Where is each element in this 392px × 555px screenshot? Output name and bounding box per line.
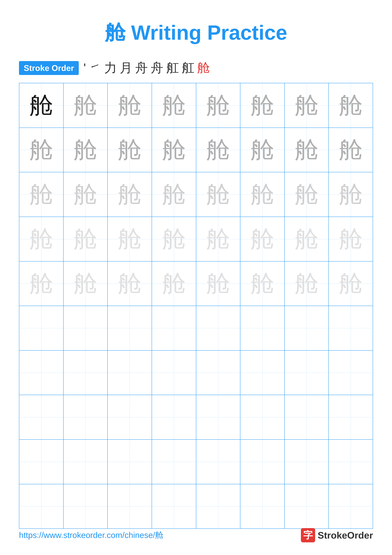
- grid-cell[interactable]: 舱: [285, 83, 329, 128]
- grid-cell[interactable]: [196, 440, 241, 484]
- character-ghost: 舱: [29, 138, 53, 162]
- footer-logo: 字 StrokeOrder: [301, 528, 373, 542]
- grid-cell[interactable]: [152, 306, 196, 350]
- grid-cell[interactable]: [329, 440, 373, 484]
- grid-cell[interactable]: [285, 351, 329, 395]
- grid-cell[interactable]: 舱: [108, 262, 152, 306]
- character-ghost: 舱: [73, 183, 97, 206]
- grid-cell[interactable]: [240, 395, 285, 439]
- grid-cell[interactable]: 舱: [64, 217, 108, 261]
- grid-cell[interactable]: 舱: [108, 172, 152, 217]
- character-ghost: 舱: [118, 183, 142, 206]
- grid-cell[interactable]: 舱: [285, 262, 329, 306]
- grid-cell[interactable]: [240, 306, 285, 350]
- grid-cell[interactable]: 舱: [19, 83, 64, 128]
- grid-cell[interactable]: 舱: [285, 128, 329, 172]
- page-title: 舱 Writing Practice: [19, 19, 373, 47]
- grid-cell[interactable]: [64, 306, 108, 350]
- character-ghost: 舱: [295, 272, 319, 295]
- grid-cell[interactable]: [196, 484, 241, 529]
- grid-cell[interactable]: 舱: [19, 172, 64, 217]
- grid-cell[interactable]: [240, 484, 285, 529]
- grid-cell[interactable]: 舱: [329, 262, 373, 306]
- grid-cell[interactable]: 舱: [64, 262, 108, 306]
- grid-cell[interactable]: [19, 306, 64, 350]
- grid-cell[interactable]: 舱: [329, 128, 373, 172]
- grid-cell[interactable]: [64, 351, 108, 395]
- grid-cell[interactable]: [152, 484, 196, 529]
- grid-cell[interactable]: 舱: [240, 83, 285, 128]
- character-ghost: 舱: [29, 94, 53, 117]
- character-ghost: 舱: [295, 183, 319, 206]
- grid-cell[interactable]: 舱: [329, 172, 373, 217]
- grid-cell[interactable]: [285, 395, 329, 439]
- stroke-seq-item: ': [84, 61, 86, 75]
- grid-cell[interactable]: 舱: [108, 128, 152, 172]
- character-ghost: 舱: [29, 227, 53, 251]
- grid-row: [19, 484, 373, 529]
- grid-cell[interactable]: 舱: [64, 172, 108, 217]
- grid-cell[interactable]: [152, 395, 196, 439]
- grid-cell[interactable]: 舱: [152, 172, 196, 217]
- grid-cell[interactable]: 舱: [196, 128, 241, 172]
- grid-cell[interactable]: 舱: [196, 262, 241, 306]
- grid-cell[interactable]: [19, 440, 64, 484]
- grid-cell[interactable]: [196, 306, 241, 350]
- grid-cell[interactable]: [240, 440, 285, 484]
- character-ghost: 舱: [206, 227, 230, 251]
- grid-cell[interactable]: 舱: [196, 172, 241, 217]
- character-ghost: 舱: [73, 94, 97, 117]
- grid-cell[interactable]: [108, 440, 152, 484]
- footer-url[interactable]: https://www.strokeorder.com/chinese/舱: [19, 530, 163, 541]
- grid-cell[interactable]: [108, 351, 152, 395]
- grid-cell[interactable]: [108, 395, 152, 439]
- grid-cell[interactable]: [108, 484, 152, 529]
- grid-cell[interactable]: [108, 306, 152, 350]
- grid-row: 舱舱舱舱舱舱舱舱: [19, 83, 373, 128]
- grid-cell[interactable]: 舱: [240, 128, 285, 172]
- grid-cell[interactable]: 舱: [108, 83, 152, 128]
- grid-cell[interactable]: 舱: [329, 217, 373, 261]
- grid-cell[interactable]: [19, 484, 64, 529]
- grid-cell[interactable]: 舱: [19, 128, 64, 172]
- grid-cell[interactable]: [64, 395, 108, 439]
- grid-cell[interactable]: 舱: [285, 172, 329, 217]
- grid-cell[interactable]: 舱: [329, 83, 373, 128]
- grid-cell[interactable]: 舱: [64, 128, 108, 172]
- grid-cell[interactable]: 舱: [19, 262, 64, 306]
- grid-cell[interactable]: [64, 484, 108, 529]
- grid-cell[interactable]: 舱: [196, 217, 241, 261]
- grid-cell[interactable]: [152, 351, 196, 395]
- grid-cell[interactable]: 舱: [152, 217, 196, 261]
- character-ghost: 舱: [29, 272, 53, 295]
- grid-cell[interactable]: [19, 351, 64, 395]
- grid-cell[interactable]: [152, 440, 196, 484]
- grid-cell[interactable]: [196, 351, 241, 395]
- grid-cell[interactable]: 舱: [285, 217, 329, 261]
- grid-cell[interactable]: [329, 395, 373, 439]
- grid-cell[interactable]: 舱: [64, 83, 108, 128]
- grid-cell[interactable]: [19, 395, 64, 439]
- grid-cell[interactable]: [285, 484, 329, 529]
- grid-cell[interactable]: 舱: [152, 83, 196, 128]
- grid-cell[interactable]: [329, 306, 373, 350]
- grid-cell[interactable]: 舱: [152, 262, 196, 306]
- grid-cell[interactable]: [285, 306, 329, 350]
- grid-cell[interactable]: [196, 395, 241, 439]
- character-ghost: 舱: [118, 138, 142, 162]
- grid-cell[interactable]: 舱: [196, 83, 241, 128]
- grid-cell[interactable]: 舱: [19, 217, 64, 261]
- stroke-sequence: '㇀力月舟舟舡舡舱: [84, 59, 210, 77]
- grid-cell[interactable]: [285, 440, 329, 484]
- grid-cell[interactable]: 舱: [152, 128, 196, 172]
- character-ghost: 舱: [339, 183, 363, 206]
- grid-cell[interactable]: 舱: [240, 262, 285, 306]
- grid-cell[interactable]: [329, 351, 373, 395]
- grid-cell[interactable]: [64, 440, 108, 484]
- grid-cell[interactable]: 舱: [108, 217, 152, 261]
- grid-cell[interactable]: 舱: [240, 217, 285, 261]
- grid-cell[interactable]: 舱: [240, 172, 285, 217]
- grid-cell[interactable]: [329, 484, 373, 529]
- grid-cell[interactable]: [240, 351, 285, 395]
- character-ghost: 舱: [339, 94, 363, 117]
